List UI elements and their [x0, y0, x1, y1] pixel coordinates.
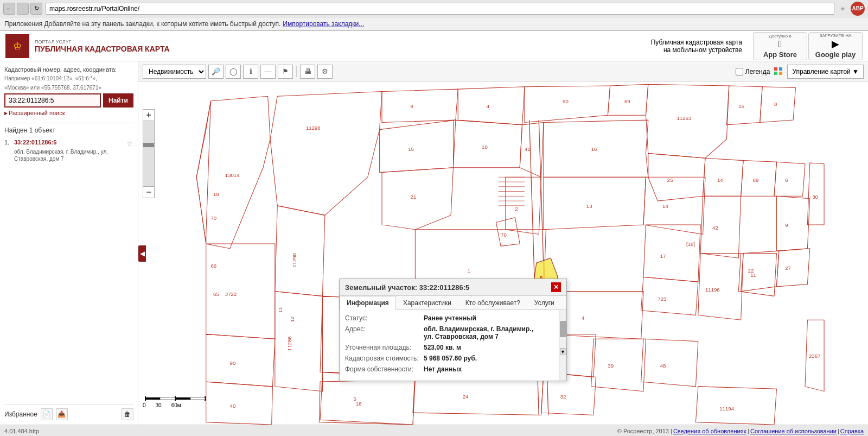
- svg-text:40: 40: [230, 403, 236, 409]
- manage-map-button[interactable]: Управление картой ▼: [787, 65, 864, 79]
- search-input[interactable]: [4, 93, 101, 108]
- manage-map-label: Управление картой ▼: [792, 68, 859, 75]
- svg-text:42: 42: [712, 225, 718, 231]
- list-item: 1. 33:22:011286:5 ☆ обл. Владимирская, г…: [4, 137, 133, 164]
- svg-text:11196: 11196: [705, 287, 720, 293]
- svg-text:8: 8: [774, 101, 777, 107]
- tab-who-serves[interactable]: Кто обслуживает?: [458, 296, 527, 309]
- svg-text:11298: 11298: [291, 253, 297, 268]
- map-canvas[interactable]: 13014 11298 9 4 90 69 11263: [138, 82, 868, 425]
- flag-button[interactable]: ⚑: [278, 65, 293, 79]
- favorites-delete-button[interactable]: 🗑: [122, 408, 133, 420]
- legend-checkbox[interactable]: [736, 68, 743, 75]
- svg-text:17: 17: [660, 253, 666, 259]
- print-button[interactable]: 🖶: [300, 65, 315, 79]
- field-status: Статус:: [345, 314, 424, 322]
- svg-text:13014: 13014: [225, 172, 240, 178]
- search-row: Найти: [4, 93, 133, 108]
- map-area: Недвижимость 🔎 ◯ ℹ ― ⚑ 🖶 ⚙ Легенда: [138, 61, 868, 425]
- svg-text:39: 39: [608, 363, 614, 369]
- footer-copyright: © Росреестр, 2013 |: [617, 428, 672, 434]
- header-right-line1: Публичная кадастровая карта: [651, 39, 742, 46]
- legend-checkbox-label[interactable]: Легенда: [736, 68, 770, 75]
- popup-tabs: Информация Характеристики Кто обслуживае…: [340, 296, 566, 310]
- main-content: Кадастровый номер, адрес, координата: На…: [0, 61, 868, 425]
- svg-rect-127: [160, 397, 175, 400]
- appstore-badge[interactable]: Доступно в  App Store: [753, 32, 807, 60]
- found-label: Найден 1 объект: [4, 127, 133, 134]
- footer-sep2: |: [838, 428, 839, 434]
- svg-rect-126: [145, 397, 160, 400]
- favorites-add-button[interactable]: 📄: [41, 408, 53, 420]
- back-button[interactable]: ←: [3, 3, 15, 15]
- panel-collapse-button[interactable]: ◀: [138, 245, 146, 262]
- svg-text:2367: 2367: [809, 353, 820, 359]
- popup-row-ownership: Форма собственности: Нет данных: [345, 365, 561, 373]
- svg-text:25: 25: [667, 177, 673, 183]
- svg-text:14: 14: [717, 177, 723, 183]
- identify-button[interactable]: 🔎: [208, 65, 224, 79]
- ruler-button[interactable]: ―: [260, 65, 276, 79]
- footer-help-link[interactable]: Справка: [840, 428, 864, 434]
- svg-text:30: 30: [812, 194, 818, 200]
- field-address: Адрес:: [345, 325, 424, 333]
- tab-characteristics[interactable]: Характеристики: [396, 296, 458, 309]
- user-avatar: АВР: [851, 2, 865, 16]
- googleplay-badge[interactable]: ЗАГРУЗИТЕ НА ▶ Google play: [808, 32, 863, 60]
- item-number: 1.: [4, 139, 12, 146]
- popup-close-button[interactable]: ✕: [551, 282, 561, 292]
- measure-button[interactable]: ◯: [226, 65, 241, 79]
- zoom-slider[interactable]: [143, 121, 155, 186]
- footer-agreement-link[interactable]: Соглашение об использовании: [750, 428, 837, 434]
- settings-button[interactable]: ⚙: [317, 65, 333, 79]
- svg-text:66: 66: [211, 263, 217, 269]
- googleplay-small-text: ЗАГРУЗИТЕ НА: [820, 33, 852, 38]
- portal-main-title: ПУБЛИЧНАЯ КАДАСТРОВАЯ КАРТА: [35, 45, 170, 53]
- value-status: Ранее учтенный: [424, 314, 476, 322]
- googleplay-name: Google play: [815, 50, 856, 59]
- bookmarks-bar: Приложения Добавляйте на эту панель закл…: [0, 17, 868, 30]
- url-bar[interactable]: [46, 3, 834, 15]
- zoom-in-button[interactable]: +: [143, 109, 155, 121]
- item-address: обл. Владимирская, г. Владимир., ул. Ста…: [14, 148, 133, 162]
- svg-text:3722: 3722: [225, 291, 237, 297]
- item-content: 33:22:011286:5 ☆ обл. Владимирская, г. В…: [14, 139, 133, 162]
- portal-logo: ♔: [5, 34, 29, 58]
- svg-text:2: 2: [515, 206, 518, 212]
- favorites-import-button[interactable]: 📥: [56, 408, 68, 420]
- footer-sep: |: [748, 428, 749, 434]
- popup-header: Земельный участок: 33:22:011286:5 ✕: [340, 279, 566, 296]
- footer-updates-link[interactable]: Сведения об обновлениях: [673, 428, 746, 434]
- popup-row-address: Адрес: обл. Владимирская, г. Владимир., …: [345, 325, 561, 340]
- bookmarks-hint: Добавляйте на эту панель закладки, к кот…: [44, 20, 281, 28]
- apple-icon: : [778, 39, 782, 50]
- scroll-down-arrow[interactable]: ▼: [560, 348, 566, 355]
- bookmark-star-icon[interactable]: ★: [837, 3, 848, 15]
- scale-label-60: 60м: [171, 402, 181, 408]
- svg-text:12: 12: [289, 317, 295, 323]
- field-value: Кадастровая стоимость:: [345, 355, 424, 362]
- popup-body-container: Статус: Ранее учтенный Адрес: обл. Влади…: [340, 310, 566, 381]
- svg-text:65: 65: [213, 291, 219, 297]
- reload-button[interactable]: ↻: [30, 3, 42, 15]
- search-button[interactable]: Найти: [103, 93, 133, 108]
- layer-select[interactable]: Недвижимость: [143, 65, 206, 79]
- import-bookmarks-link[interactable]: Импортировать закладки...: [283, 20, 364, 28]
- cadastral-link[interactable]: 33:22:011286:5: [14, 139, 56, 146]
- svg-text:14: 14: [662, 203, 668, 209]
- item-star-icon[interactable]: ☆: [126, 139, 133, 148]
- tab-services[interactable]: Услуги: [527, 296, 561, 309]
- advanced-search-link[interactable]: Расширенный поиск: [4, 110, 133, 116]
- svg-text:4: 4: [582, 315, 585, 321]
- scrollbar-thumb[interactable]: [560, 321, 566, 337]
- tab-information[interactable]: Информация: [340, 296, 396, 310]
- popup-scrollbar[interactable]: ▼: [559, 310, 566, 381]
- header-right-line2: на мобильном устройстве: [663, 46, 742, 54]
- popup-title: Земельный участок: 33:22:011286:5: [345, 283, 469, 292]
- forward-button[interactable]: →: [17, 3, 29, 15]
- info-button[interactable]: ℹ: [243, 65, 258, 79]
- svg-text:21: 21: [411, 194, 417, 200]
- zoom-thumb[interactable]: [143, 143, 154, 147]
- zoom-out-button[interactable]: −: [143, 186, 155, 198]
- popup-row-area: Уточненная площадь: 523.00 кв. м: [345, 344, 561, 351]
